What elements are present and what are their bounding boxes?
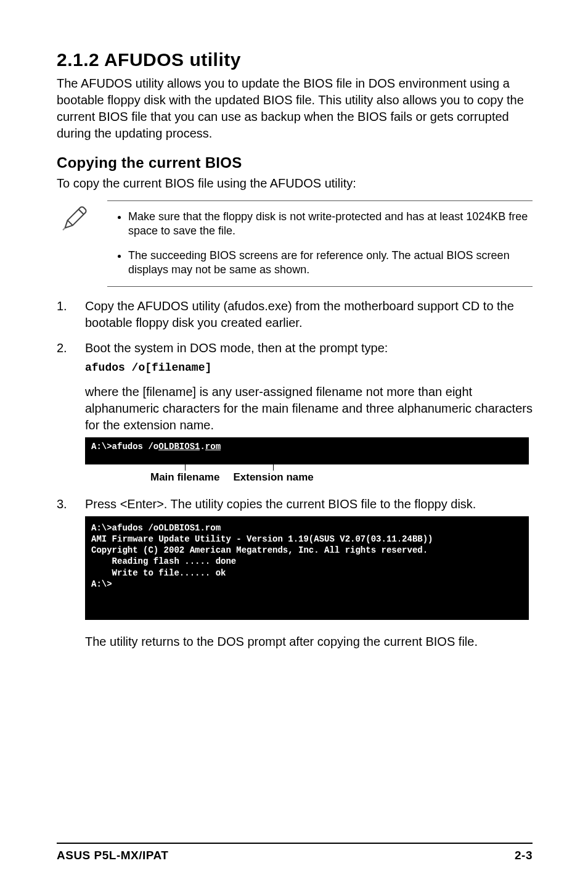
step-body: Copy the AFUDOS utility (afudos.exe) fro… xyxy=(85,298,533,335)
terminal-output: A:\>afudos /oOLDBIOS1.rom xyxy=(85,437,529,464)
spacer xyxy=(85,464,145,485)
step-body: Press <Enter>. The utility copies the cu… xyxy=(85,496,533,654)
main-content: 2.1.2 AFUDOS utility The AFUDOS utility … xyxy=(57,49,533,843)
note-list: Make sure that the floppy disk is not wr… xyxy=(110,210,530,278)
step-body: Boot the system in DOS mode, then at the… xyxy=(85,340,533,491)
annotation-label: Main filename xyxy=(150,471,219,485)
intro-paragraph: The AFUDOS utility allows you to update … xyxy=(57,75,533,142)
step-number: 3. xyxy=(57,496,70,654)
annotation-main-filename: Main filename xyxy=(150,464,219,485)
page-footer: ASUS P5L-MX/IPAT 2-3 xyxy=(57,843,533,862)
note-pencil-icon xyxy=(62,204,89,234)
terminal-annotation: Main filename Extension name xyxy=(85,464,533,485)
note-item: Make sure that the floppy disk is not wr… xyxy=(128,210,530,239)
annotation-tick-icon xyxy=(185,464,186,471)
steps-list: 1. Copy the AFUDOS utility (afudos.exe) … xyxy=(57,298,533,654)
step-item: 1. Copy the AFUDOS utility (afudos.exe) … xyxy=(57,298,533,335)
step-text: Copy the AFUDOS utility (afudos.exe) fro… xyxy=(85,298,533,331)
spacer xyxy=(224,464,228,485)
step-item: 2. Boot the system in DOS mode, then at … xyxy=(57,340,533,491)
step-item: 3. Press <Enter>. The utility copies the… xyxy=(57,496,533,654)
annotation-tick-icon xyxy=(273,464,274,471)
page: 2.1.2 AFUDOS utility The AFUDOS utility … xyxy=(0,0,588,887)
step-text: Boot the system in DOS mode, then at the… xyxy=(85,340,533,357)
subheading: Copying the current BIOS xyxy=(57,154,533,171)
section-heading: 2.1.2 AFUDOS utility xyxy=(57,49,533,70)
footer-page-number: 2-3 xyxy=(515,849,533,862)
terminal-output: A:\>afudos /oOLDBIOS1.rom AMI Firmware U… xyxy=(85,516,529,620)
note-block: Make sure that the floppy disk is not wr… xyxy=(57,204,533,287)
note-item: The succeeding BIOS screens are for refe… xyxy=(128,249,530,278)
step-text: where the [filename] is any user-assigne… xyxy=(85,384,533,434)
annotation-extension-name: Extension name xyxy=(233,464,313,485)
step-text: The utility returns to the DOS prompt af… xyxy=(85,633,533,650)
terminal-line: A:\>afudos /oOLDBIOS1.rom xyxy=(91,442,221,452)
step-number: 2. xyxy=(57,340,70,491)
footer-product: ASUS P5L-MX/IPAT xyxy=(57,849,168,862)
step-number: 1. xyxy=(57,298,70,335)
step-text: Press <Enter>. The utility copies the cu… xyxy=(85,496,533,513)
annotation-label: Extension name xyxy=(233,471,313,485)
note-content: Make sure that the floppy disk is not wr… xyxy=(107,200,533,287)
step-command: afudos /o[filename] xyxy=(85,360,533,375)
subheading-lead: To copy the current BIOS file using the … xyxy=(57,175,533,192)
